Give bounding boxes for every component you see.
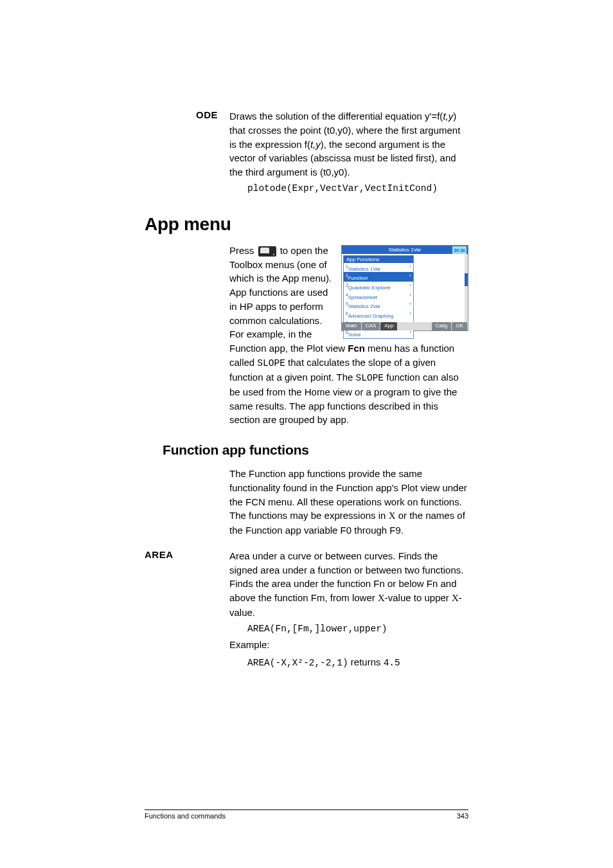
appmenu-block: Statistics 1Var 09:36 App Functions 1Sta… — [145, 244, 468, 427]
l: Statistics 2Var — [348, 303, 381, 309]
l: Spreadsheet — [348, 294, 377, 300]
l: Advanced Graphing — [348, 313, 394, 319]
ss-titlebar: Statistics 1Var 09:36 — [342, 246, 468, 254]
var-ty: t,y — [443, 111, 453, 122]
var-ty: t,y — [310, 139, 321, 150]
chevron-right-icon: › — [409, 263, 411, 273]
softkey-catlg: Catlg — [432, 322, 452, 330]
ss-softkeys: Math CAS App Catlg OK — [342, 322, 468, 330]
text: Press — [229, 245, 257, 256]
ss-item-spreadsheet: 4Spreadsheet› — [344, 291, 413, 301]
footer-chapter: Functions and commands — [145, 812, 226, 820]
var-x: X — [389, 511, 396, 521]
slope-fn: SLOPE — [356, 373, 384, 383]
heading-app-menu: App menu — [145, 214, 468, 235]
toolbox-key-icon — [258, 246, 276, 257]
softkey-app: App — [380, 322, 397, 330]
area-example: AREA(-X,X²-2,-2,1) returns 4.5 — [229, 655, 468, 669]
page-footer: Functions and commands 343 — [145, 809, 468, 820]
text: Draws the solution of the differential e… — [229, 111, 443, 122]
ss-item-advgraph: 6Advanced Graphing› — [344, 310, 413, 320]
text: -value to upper — [385, 592, 452, 603]
ode-term: ODE — [196, 109, 218, 120]
page: ODE Draws the solution of the differenti… — [0, 0, 613, 868]
var-x: X — [452, 593, 459, 603]
funcapp-paragraph: The Function app functions provide the s… — [229, 467, 468, 538]
ode-code: plotode(Expr,VectVar,VectInitCond) — [229, 183, 468, 194]
text: to open the Toolbox menus (one of which … — [229, 245, 348, 354]
softkey-math: Math — [342, 322, 361, 330]
slope-fn: SLOPE — [257, 358, 285, 368]
l: Solve — [348, 332, 361, 338]
example-code: AREA(-X,X²-2,-2,1) — [247, 658, 348, 668]
l: Function — [348, 275, 368, 281]
softkey-cas: CAS — [362, 322, 380, 330]
chevron-right-icon: › — [409, 310, 411, 320]
area-description: Area under a curve or between curves. Fi… — [229, 549, 468, 620]
ss-item-stats1var: 1Statistics 1Var› — [344, 263, 413, 273]
area-code: AREA(Fn,[Fm,]lower,upper) — [229, 624, 468, 634]
chevron-right-icon: › — [409, 291, 411, 301]
ss-menu-head: App Functions — [344, 256, 413, 263]
ss-scrollthumb — [465, 273, 468, 286]
heading-function-app-functions: Function app functions — [163, 442, 468, 458]
var-x: X — [378, 593, 385, 603]
calculator-screenshot: Statistics 1Var 09:36 App Functions 1Sta… — [341, 245, 468, 331]
chevron-right-icon: › — [409, 272, 411, 282]
ss-scrolltrack — [465, 254, 468, 322]
softkey-spacer — [398, 322, 431, 330]
chevron-right-icon: › — [409, 282, 411, 291]
fcn-label: Fcn — [348, 343, 365, 354]
chevron-right-icon: › — [409, 300, 411, 310]
footer-page-number: 343 — [457, 812, 468, 820]
example-result: 4.5 — [384, 658, 400, 668]
ss-title: Statistics 1Var — [389, 247, 422, 253]
ss-body: App Functions 1Statistics 1Var› 2Functio… — [342, 254, 468, 322]
funcapp-block: The Function app functions provide the s… — [145, 467, 468, 538]
l: Statistics 1Var — [348, 266, 381, 271]
entry-ode: ODE Draws the solution of the differenti… — [145, 109, 468, 197]
ss-item-stats2var: 5Statistics 2Var› — [344, 300, 413, 310]
entry-area: AREA Area under a curve or between curve… — [145, 549, 468, 673]
ss-item-quadratic: 3Quadratic Explorer› — [344, 282, 413, 291]
ode-description: Draws the solution of the differential e… — [229, 109, 468, 179]
softkey-ok: OK — [452, 322, 467, 330]
text: returns — [348, 656, 384, 667]
area-term: AREA — [145, 549, 173, 560]
l: Quadratic Explorer — [348, 285, 391, 291]
ss-item-function: 2Function› — [344, 272, 413, 282]
area-example-label: Example: — [229, 638, 468, 652]
